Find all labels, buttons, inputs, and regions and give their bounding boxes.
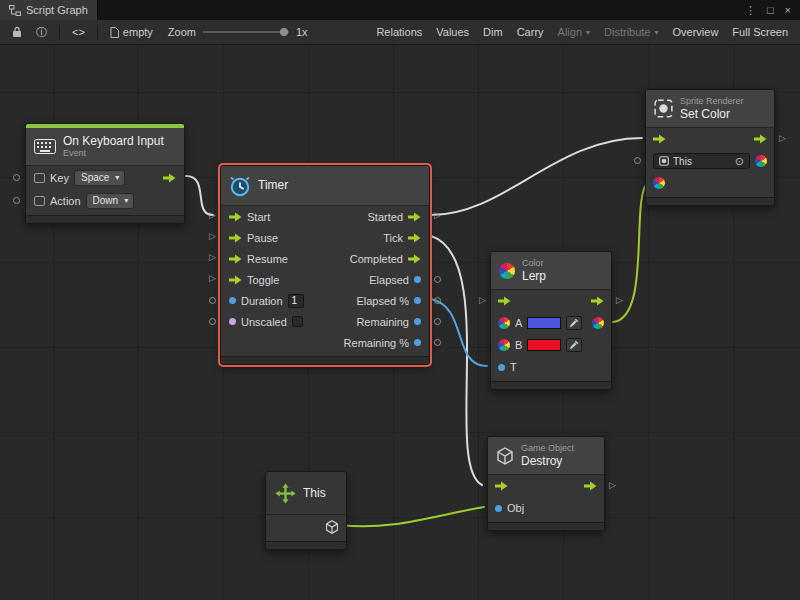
node-timer[interactable]: Timer StartStarted PauseTick ResumeCompl… [220,165,430,365]
overview-button[interactable]: Overview [666,24,726,40]
duration-input[interactable]: 1 [288,294,304,308]
elapsed-outer-port[interactable] [434,276,441,283]
chevron-down-icon: ▾ [124,196,128,205]
object-picker-icon[interactable]: ⊙ [735,156,744,167]
t-port[interactable] [498,364,505,371]
started-port[interactable] [408,212,421,222]
enter-port[interactable] [498,296,511,306]
node-subtitle: Event [63,148,164,159]
action-dropdown[interactable]: Down▾ [86,193,135,209]
exit-port[interactable] [584,481,597,491]
key-in-port[interactable] [13,174,20,181]
node-footer [26,215,184,223]
elapsed-port[interactable] [414,276,421,283]
node-header: Color Lerp [491,252,611,290]
color-out-port[interactable] [755,155,767,167]
eyedropper-button[interactable] [566,338,582,352]
align-button[interactable]: Align▾ [551,24,597,40]
started-outer-port[interactable]: ▷ [434,211,441,220]
exit-outer-port[interactable]: ▷ [779,134,786,143]
node-this[interactable]: This [265,471,347,550]
obj-port[interactable] [495,505,502,512]
remaining-percent-outer-port[interactable] [434,339,441,346]
duration-outer-port[interactable] [209,297,216,304]
keycap-icon [34,173,45,183]
enter-outer-port[interactable]: ▷ [479,296,486,305]
maximize-icon[interactable]: □ [767,4,774,16]
elapsed-percent-port[interactable] [414,297,421,304]
tick-port[interactable] [408,233,421,243]
resume-outer-port[interactable]: ▷ [209,253,216,262]
node-title: On Keyboard Input [63,134,164,148]
unscaled-outer-port[interactable] [209,318,216,325]
b-color-port[interactable] [498,339,510,351]
action-row: Action Down▾ [26,189,184,212]
start-outer-port[interactable]: ▷ [209,211,216,220]
gameobject-cube-port[interactable] [325,520,339,534]
color-b-swatch[interactable] [527,339,561,351]
resume-port[interactable] [229,254,242,264]
enter-port[interactable] [653,134,666,144]
unscaled-checkbox[interactable] [292,316,303,327]
node-set-color[interactable]: Sprite Renderer Set Color This ⊙ ▷ [645,89,775,206]
target-outer-port[interactable] [634,157,641,164]
node-title: Lerp [522,269,546,283]
close-icon[interactable]: × [785,4,791,16]
tab-script-graph[interactable]: Script Graph [0,0,98,20]
breadcrumb[interactable]: empty [103,24,160,40]
exit-port[interactable] [591,296,604,306]
toolbar-separator [97,25,98,40]
a-color-port[interactable] [498,317,510,329]
dim-button[interactable]: Dim [476,24,510,40]
lerp-result-port[interactable] [592,317,604,329]
node-header: Sprite Renderer Set Color [646,90,774,128]
graph-canvas[interactable]: On Keyboard Input Event Key Space▾ Actio… [0,45,800,600]
target-object-field[interactable]: This ⊙ [653,153,750,169]
color-a-swatch[interactable] [527,317,561,329]
enter-port[interactable] [495,481,508,491]
pause-port[interactable] [229,233,242,243]
info-button[interactable]: ⓘ [29,23,54,42]
duration-port[interactable] [229,297,236,304]
remaining-percent-port[interactable] [414,339,421,346]
node-title: Set Color [680,107,744,121]
remaining-port[interactable] [414,318,421,325]
node-on-keyboard-input[interactable]: On Keyboard Input Event Key Space▾ Actio… [25,123,185,224]
lock-button[interactable] [5,24,29,40]
window-menu-icon[interactable]: ⋮ [745,4,756,17]
color-in-port[interactable] [653,177,665,189]
code-view-button[interactable]: <> [65,24,92,40]
node-header: Timer [221,166,429,206]
fullscreen-button[interactable]: Full Screen [725,24,795,40]
unscaled-port[interactable] [229,318,236,325]
trigger-out-port[interactable] [163,173,176,183]
carry-button[interactable]: Carry [510,24,551,40]
action-in-port[interactable] [13,197,20,204]
relations-button[interactable]: Relations [369,24,429,40]
elapsed-percent-outer-port[interactable] [434,297,441,304]
node-color-lerp[interactable]: Color Lerp A B T ▷ ▷ [490,251,612,390]
completed-port[interactable] [408,254,421,264]
chevron-down-icon: ▾ [655,28,659,37]
sprite-renderer-icon [654,99,673,118]
key-dropdown[interactable]: Space▾ [74,170,125,186]
remaining-outer-port[interactable] [434,318,441,325]
pause-outer-port[interactable]: ▷ [209,232,216,241]
start-port[interactable] [229,212,242,222]
values-button[interactable]: Values [429,24,476,40]
exit-outer-port[interactable]: ▷ [616,296,623,305]
node-destroy[interactable]: Game Object Destroy Obj ▷ [487,436,605,531]
eyedropper-icon [569,318,579,328]
toggle-port[interactable] [229,275,242,285]
zoom-slider-knob[interactable] [280,28,288,36]
exit-outer-port[interactable]: ▷ [609,481,616,490]
eyedropper-button[interactable] [566,316,582,330]
distribute-button[interactable]: Distribute▾ [597,24,665,40]
exit-port[interactable] [754,134,767,144]
code-icon: <> [72,26,85,38]
zoom-slider[interactable] [203,31,289,33]
toolbar-separator [59,25,60,40]
wire-timer-tick-to-destroy [431,236,482,485]
toggle-outer-port[interactable]: ▷ [209,274,216,283]
node-category: Game Object [521,443,574,454]
